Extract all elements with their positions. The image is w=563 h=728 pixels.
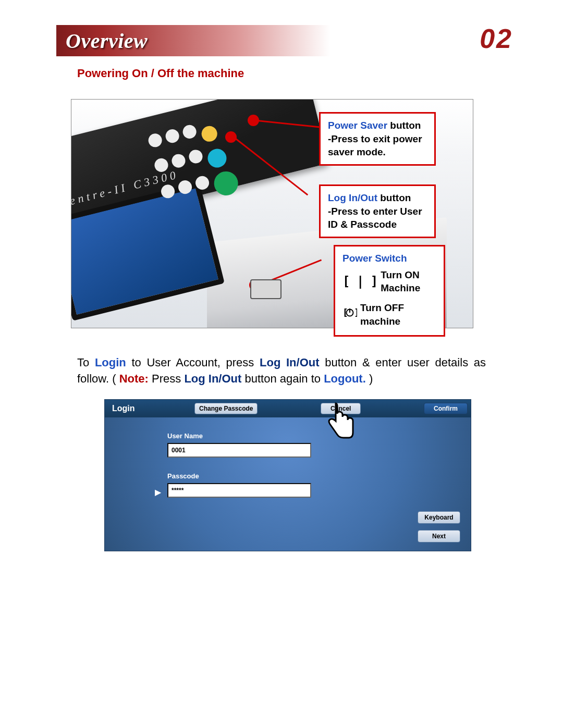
text-note: Note: (119, 372, 149, 385)
callout-log-in-out: Log In/Out button -Press to enter User I… (319, 184, 436, 238)
callout-text: ID & Passcode (328, 219, 397, 230)
user-name-label: User Name (167, 432, 450, 440)
login-header: Login Change Passcode Cancel Confirm (105, 400, 471, 417)
callout-text: -Press to enter User (328, 206, 422, 217)
callout-text: saver mode. (328, 146, 386, 157)
callout-title: Power Switch (342, 253, 407, 264)
instruction-paragraph: To Login to User Account, press Log In/O… (77, 354, 486, 387)
pointing-hand-icon (320, 402, 357, 446)
callout-text: Turn OFF (360, 302, 404, 313)
login-title: Login (112, 404, 135, 413)
svg-text:]: ] (354, 307, 357, 318)
passcode-field[interactable]: ***** (167, 483, 311, 498)
callout-title: Power Saver (328, 120, 387, 131)
user-name-field[interactable]: 0001 (167, 443, 311, 458)
user-name-value: 0001 (172, 447, 186, 454)
login-form: User Name 0001 Passcode ▶ ***** (105, 417, 471, 498)
next-button[interactable]: Next (418, 530, 460, 542)
text: Press (149, 372, 184, 385)
confirm-button[interactable]: Confirm (424, 403, 468, 414)
text-logout: Logout. (324, 372, 366, 385)
page-number: 02 (480, 23, 513, 54)
section-title: Overview (66, 29, 148, 53)
text: button again to (241, 372, 324, 385)
callout-text: Machine (381, 282, 420, 293)
on-icon: [ | ] (342, 273, 377, 290)
login-panel-screenshot: Login Change Passcode Cancel Confirm Use… (104, 399, 471, 551)
text-login: Login (95, 356, 126, 369)
subsection-title: Powering On / Off the machine (77, 67, 244, 80)
side-buttons: Keyboard Next (418, 511, 460, 542)
passcode-label: Passcode (167, 472, 450, 480)
callout-text: -Press to exit power (328, 133, 422, 144)
callout-text: Turn ON (381, 269, 420, 280)
callout-title-suffix: button (387, 120, 421, 131)
text: ) (366, 372, 373, 385)
passcode-value: ***** (172, 487, 183, 494)
text-loginout: Log In/Out (184, 372, 241, 385)
callout-power-switch: Power Switch [ | ] Turn ONMachine [] Tur… (334, 245, 445, 337)
text: To (77, 356, 95, 369)
cursor-indicator-icon: ▶ (155, 487, 161, 497)
change-passcode-button[interactable]: Change Passcode (194, 403, 258, 414)
text-loginout: Log In/Out (260, 356, 320, 369)
callout-title-suffix: button (377, 192, 411, 203)
keyboard-button[interactable]: Keyboard (418, 511, 460, 524)
section-header: Overview (56, 25, 513, 56)
power-switch-graphic (250, 279, 282, 299)
callout-power-saver: Power Saver button -Press to exit power … (319, 112, 436, 166)
text: to User Account, press (126, 356, 260, 369)
off-icon: [] (342, 306, 357, 323)
callout-text: machine (360, 316, 400, 327)
callout-title: Log In/Out (328, 192, 377, 203)
